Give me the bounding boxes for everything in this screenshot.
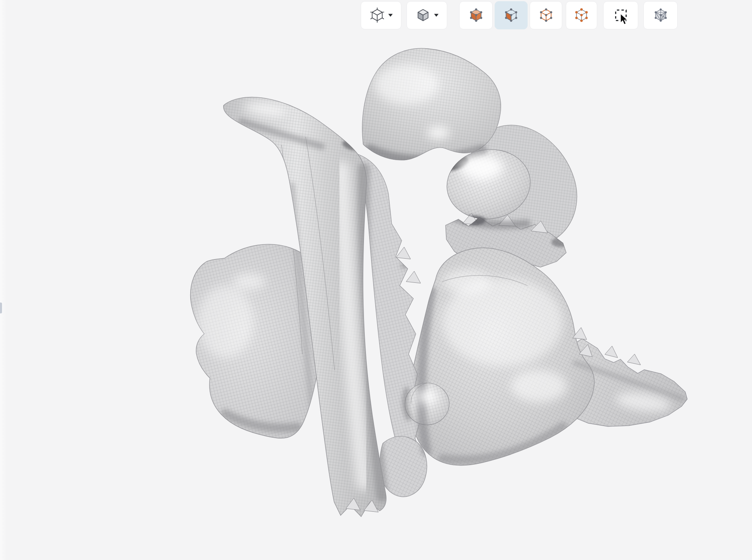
mesh-model[interactable]	[0, 0, 752, 560]
body-select-button[interactable]	[459, 1, 493, 29]
vertex-select-button[interactable]	[566, 1, 597, 29]
shaded-cube-icon	[415, 7, 431, 23]
box-select-button[interactable]	[603, 1, 638, 29]
view-orientation-dropdown[interactable]	[361, 1, 401, 29]
display-mode-dropdown[interactable]	[407, 1, 447, 29]
body-select-cube-icon	[468, 7, 484, 23]
chevron-down-icon	[434, 14, 439, 17]
mesh-cube-icon	[653, 7, 669, 23]
mesh-part-top-lobe	[362, 48, 501, 160]
viewport-3d[interactable]	[0, 0, 752, 560]
vertex-select-cube-icon	[573, 7, 590, 23]
mesh-display-button[interactable]	[643, 1, 678, 29]
panel-toggle-handle[interactable]	[0, 303, 2, 313]
chevron-down-icon	[388, 14, 393, 17]
view-cube-axes-icon	[369, 7, 385, 23]
face-select-cube-icon	[503, 7, 519, 23]
face-select-button[interactable]	[495, 1, 528, 29]
edge-select-button[interactable]	[530, 1, 562, 29]
marquee-select-icon	[612, 6, 630, 24]
edge-select-cube-icon	[538, 7, 554, 23]
